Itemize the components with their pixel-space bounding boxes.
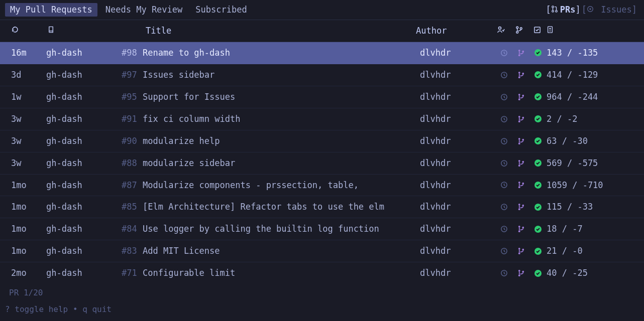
cell-number: #85 [122,201,143,213]
table-row[interactable]: 3wgh-dash#88modularize sidebardlvhdr569 … [0,152,644,175]
tab-needs-my-review[interactable]: Needs My Review [100,3,188,17]
cell-updated: 3w [11,135,46,147]
svg-point-47 [518,204,520,206]
table-row[interactable]: 1wgh-dash#95Support for Issuesdlvhdr964 … [0,86,644,108]
svg-point-23 [518,98,520,100]
table-row[interactable]: 1mogh-dash#83Add MIT Licensedlvhdr21 / -… [0,240,644,262]
cell-repo: gh-dash [46,201,122,213]
cell-diff: 1059 / -710 [547,180,637,191]
cell-updated: 1mo [11,223,46,235]
table-row[interactable]: 16mgh-dash#98Rename to gh-dashdlvhdr143 … [0,42,644,64]
cell-updated: 3d [11,69,46,81]
table-row[interactable]: 1mogh-dash#87Modularize components - prs… [0,175,644,197]
table-row[interactable]: 1mogh-dash#85[Elm Architecture] Refactor… [0,196,644,218]
cell-diff: 40 / -25 [547,267,637,279]
svg-point-24 [522,95,524,97]
cell-title: Use logger by calling the builtin log fu… [143,223,420,235]
cell-updated: 1w [11,91,46,103]
cell-repo: gh-dash [46,267,122,279]
svg-point-6 [516,27,518,29]
cell-diff: 143 / -135 [547,47,637,59]
table-row[interactable]: 3wgh-dash#91fix ci column widthdlvhdr2 /… [0,108,644,130]
pr-table-body: 16mgh-dash#98Rename to gh-dashdlvhdr143 … [0,42,644,282]
col-header-repo [47,25,123,37]
clock-icon [495,115,512,123]
cell-author: dlvhdr [420,223,495,235]
help-bar: ? toggle help • q quit [0,298,644,321]
svg-point-22 [518,94,520,96]
svg-point-64 [522,271,524,273]
cell-number: #90 [122,135,143,147]
svg-point-4 [589,8,591,10]
clock-icon [495,269,512,277]
cell-repo: gh-dash [46,223,122,235]
table-row[interactable]: 3wgh-dash#90modularize helpdlvhdr63 / -3… [0,130,644,152]
svg-point-53 [518,231,520,233]
check-circle-icon [529,159,547,167]
svg-point-43 [518,187,520,189]
branch-icon [512,269,529,277]
cell-repo: gh-dash [46,47,122,59]
svg-point-32 [518,138,520,140]
cell-updated: 1mo [11,201,46,213]
reviewer-icon [497,25,505,37]
cell-updated: 2mo [11,267,46,279]
cell-author: dlvhdr [420,180,495,191]
cell-title: modularize sidebar [143,157,420,169]
svg-point-62 [518,270,520,272]
svg-point-18 [518,76,520,78]
cell-number: #71 [122,267,143,279]
svg-point-59 [522,249,524,251]
view-switcher: [PRs] [ Issues] [546,4,637,16]
refresh-icon [11,26,19,36]
tab-my-pull-requests[interactable]: My Pull Requests [5,3,97,17]
svg-point-28 [518,120,520,122]
help-sep: • [73,304,78,314]
cell-number: #88 [122,157,143,169]
svg-point-29 [522,116,524,118]
svg-point-1 [552,11,554,13]
cell-repo: gh-dash [46,245,122,257]
branch-icon [512,71,529,79]
switch-issues[interactable]: [ Issues] [582,4,637,16]
branch-icon [512,159,529,167]
clock-icon [495,71,512,79]
cell-diff: 115 / -33 [547,201,637,213]
svg-point-58 [518,253,520,255]
branch-icon [512,247,529,255]
cell-updated: 1mo [11,180,46,191]
svg-point-34 [522,138,524,140]
cell-diff: 414 / -129 [547,69,637,81]
check-circle-icon [529,225,547,233]
col-header-author: Author [416,25,491,37]
check-circle-icon [529,71,547,79]
cell-updated: 16m [11,47,46,59]
svg-point-19 [522,73,524,75]
cell-author: dlvhdr [420,201,495,213]
col-header-review [492,25,509,37]
table-header: Title Author [0,20,644,42]
repo-icon [47,26,55,36]
table-row[interactable]: 1mogh-dash#84Use logger by calling the b… [0,218,644,240]
check-circle-icon [529,93,547,101]
clock-icon [495,247,512,255]
table-row[interactable]: 2mogh-dash#71Configurable limitdlvhdr40 … [0,262,644,282]
branch-icon [512,181,529,189]
svg-point-33 [518,142,520,144]
tab-subscribed[interactable]: Subscribed [190,3,252,17]
branch-icon [512,115,529,123]
cell-author: dlvhdr [420,157,495,169]
diff-icon [547,26,554,36]
git-pull-request-icon [551,4,558,16]
cell-diff: 569 / -575 [547,157,637,169]
switch-prs[interactable]: [PRs] [546,4,581,16]
clock-icon [495,93,512,101]
cell-number: #83 [122,245,143,257]
switch-issues-label: Issues [601,5,631,15]
table-row[interactable]: 3dgh-dash#97Issues sidebardlvhdr414 / -1… [0,64,644,86]
svg-point-42 [518,182,520,184]
clock-icon [495,159,512,167]
branch-icon [512,203,529,211]
branch-icon [512,225,529,233]
cell-number: #97 [122,69,143,81]
